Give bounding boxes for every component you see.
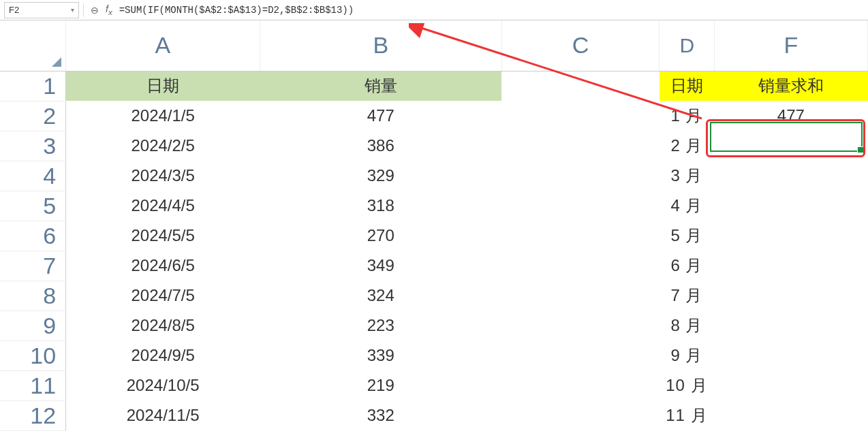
row-10[interactable]: 10 2024/9/5 339 9 月 (0, 340, 868, 370)
divider (83, 3, 84, 17)
cell-C11[interactable] (501, 370, 659, 400)
cell-D9[interactable]: 8 月 (660, 311, 714, 340)
cell-F4[interactable] (714, 161, 867, 191)
row-header[interactable]: 9 (0, 311, 66, 340)
cell-F5[interactable] (714, 191, 867, 221)
cell-A11[interactable]: 2024/10/5 (66, 370, 260, 400)
cell-B2[interactable]: 477 (260, 101, 501, 131)
cell-D1[interactable]: 日期 (660, 71, 714, 101)
row-header[interactable]: 2 (0, 101, 66, 131)
col-header-F[interactable]: F (714, 20, 867, 71)
col-header-B[interactable]: B (260, 20, 501, 71)
cell-D7[interactable]: 6 月 (660, 251, 714, 281)
row-header[interactable]: 4 (0, 161, 66, 191)
cell-A5[interactable]: 2024/4/5 (66, 191, 260, 221)
row-header[interactable]: 11 (0, 370, 66, 400)
name-box-value: F2 (9, 5, 19, 15)
col-header-C[interactable]: C (501, 20, 659, 71)
cell-F1[interactable]: 销量求和 (714, 71, 867, 101)
cell-D3[interactable]: 2 月 (660, 131, 714, 161)
cell-D10[interactable]: 9 月 (660, 340, 714, 370)
cell-C3[interactable] (501, 131, 659, 161)
cell-B9[interactable]: 223 (260, 311, 501, 340)
row-4[interactable]: 4 2024/3/5 329 3 月 (0, 161, 868, 191)
row-5[interactable]: 5 2024/4/5 318 4 月 (0, 191, 868, 221)
cell-F6[interactable] (714, 221, 867, 251)
cell-B6[interactable]: 270 (260, 221, 501, 251)
row-7[interactable]: 7 2024/6/5 349 6 月 (0, 251, 868, 281)
cell-F7[interactable] (714, 251, 867, 281)
cell-A7[interactable]: 2024/6/5 (66, 251, 260, 281)
cell-A6[interactable]: 2024/5/5 (66, 221, 260, 251)
cell-F10[interactable] (714, 340, 867, 370)
cell-F2[interactable]: 477 (714, 101, 867, 131)
row-header[interactable]: 1 (0, 71, 66, 101)
cell-D11[interactable]: 10 月 (660, 370, 714, 400)
cell-F12[interactable] (714, 400, 867, 430)
cell-A4[interactable]: 2024/3/5 (66, 161, 260, 191)
row-9[interactable]: 9 2024/8/5 223 8 月 (0, 311, 868, 340)
row-8[interactable]: 8 2024/7/5 324 7 月 (0, 281, 868, 311)
cell-B7[interactable]: 349 (260, 251, 501, 281)
cell-A1[interactable]: 日期 (66, 71, 260, 101)
sheet-table: A B C D F 1 日期 销量 日期 销量求和 2 2024/1/5 477… (0, 20, 868, 431)
row-header[interactable]: 3 (0, 131, 66, 161)
column-headers[interactable]: A B C D F (0, 20, 868, 71)
cell-C10[interactable] (501, 340, 659, 370)
row-12[interactable]: 12 2024/11/5 332 11 月 (0, 400, 868, 430)
cell-D8[interactable]: 7 月 (660, 281, 714, 311)
zoom-out-icon[interactable]: ⊖ (88, 5, 102, 16)
cell-A9[interactable]: 2024/8/5 (66, 311, 260, 340)
cell-A2[interactable]: 2024/1/5 (66, 101, 260, 131)
col-header-D[interactable]: D (660, 20, 714, 71)
col-header-A[interactable]: A (66, 20, 260, 71)
cell-A12[interactable]: 2024/11/5 (66, 400, 260, 430)
cell-C8[interactable] (501, 281, 659, 311)
cell-C7[interactable] (501, 251, 659, 281)
cell-C1[interactable] (501, 71, 659, 101)
row-1[interactable]: 1 日期 销量 日期 销量求和 (0, 71, 868, 101)
cell-B8[interactable]: 324 (260, 281, 501, 311)
cell-C4[interactable] (501, 161, 659, 191)
cell-A8[interactable]: 2024/7/5 (66, 281, 260, 311)
row-header[interactable]: 10 (0, 340, 66, 370)
cell-F11[interactable] (714, 370, 867, 400)
fx-icon[interactable]: fx (106, 3, 115, 16)
cell-F8[interactable] (714, 281, 867, 311)
select-all-corner[interactable] (0, 20, 66, 71)
cell-F9[interactable] (714, 311, 867, 340)
formula-bar: F2 ▾ ⊖ fx (0, 0, 868, 20)
row-3[interactable]: 3 2024/2/5 386 2 月 (0, 131, 868, 161)
cell-D12[interactable]: 11 月 (660, 400, 714, 430)
cell-F3[interactable] (714, 131, 867, 161)
cell-B3[interactable]: 386 (260, 131, 501, 161)
cell-B1[interactable]: 销量 (260, 71, 501, 101)
cell-D2[interactable]: 1 月 (660, 101, 714, 131)
cell-B4[interactable]: 329 (260, 161, 501, 191)
row-header[interactable]: 8 (0, 281, 66, 311)
cell-B12[interactable]: 332 (260, 400, 501, 430)
cell-C12[interactable] (501, 400, 659, 430)
cell-D5[interactable]: 4 月 (660, 191, 714, 221)
cell-C2[interactable] (501, 101, 659, 131)
row-header[interactable]: 5 (0, 191, 66, 221)
cell-C9[interactable] (501, 311, 659, 340)
row-header[interactable]: 7 (0, 251, 66, 281)
cell-C6[interactable] (501, 221, 659, 251)
cell-B5[interactable]: 318 (260, 191, 501, 221)
formula-input[interactable] (119, 5, 378, 16)
row-header[interactable]: 6 (0, 221, 66, 251)
cell-A10[interactable]: 2024/9/5 (66, 340, 260, 370)
cell-B11[interactable]: 219 (260, 370, 501, 400)
name-box[interactable]: F2 ▾ (4, 2, 79, 18)
cell-B10[interactable]: 339 (260, 340, 501, 370)
cell-D4[interactable]: 3 月 (660, 161, 714, 191)
spreadsheet-grid[interactable]: A B C D F 1 日期 销量 日期 销量求和 2 2024/1/5 477… (0, 20, 868, 444)
cell-C5[interactable] (501, 191, 659, 221)
row-header[interactable]: 12 (0, 400, 66, 430)
row-2[interactable]: 2 2024/1/5 477 1 月 477 (0, 101, 868, 131)
cell-D6[interactable]: 5 月 (660, 221, 714, 251)
cell-A3[interactable]: 2024/2/5 (66, 131, 260, 161)
row-6[interactable]: 6 2024/5/5 270 5 月 (0, 221, 868, 251)
row-11[interactable]: 11 2024/10/5 219 10 月 (0, 370, 868, 400)
